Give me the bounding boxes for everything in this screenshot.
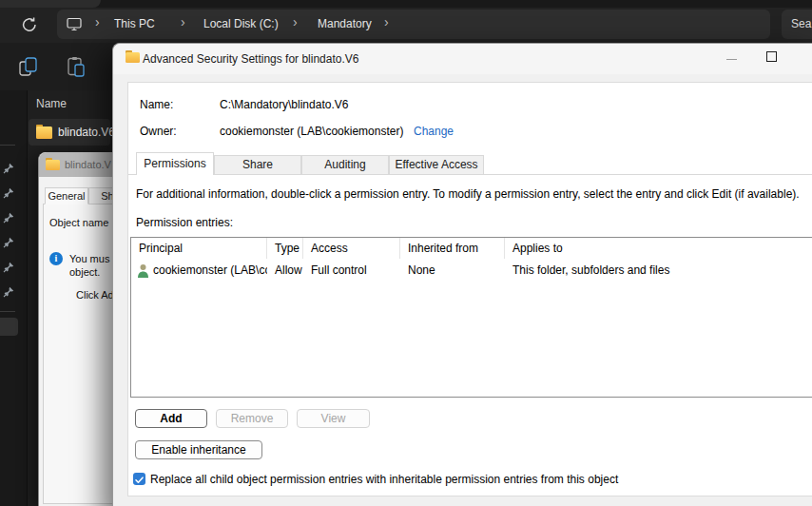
replace-permissions-checkbox[interactable] [133, 473, 145, 485]
tab-permissions[interactable]: Permissions [136, 152, 214, 175]
change-owner-link[interactable]: Change [414, 125, 454, 138]
column-header-inherited-from[interactable]: Inherited from [400, 238, 505, 259]
copy-icon [19, 57, 38, 78]
tab-auditing[interactable]: Auditing [301, 155, 389, 175]
permissions-description: For additional information, double-click… [136, 187, 800, 201]
column-header-type[interactable]: Type [267, 238, 303, 259]
this-pc-icon [67, 17, 82, 31]
pushpin-icon [3, 187, 14, 199]
cell-principal: cookiemonster (LAB\cookiemo... [131, 263, 267, 278]
remove-button[interactable]: Remove [216, 409, 288, 428]
column-header-access[interactable]: Access [303, 238, 400, 259]
navigation-pane [0, 90, 28, 506]
add-button[interactable]: Add [135, 409, 207, 428]
tab-general[interactable]: General [45, 187, 88, 204]
table-row[interactable]: cookiemonster (LAB\cookiemo... Allow Ful… [131, 261, 812, 280]
properties-dialog: blindato.V General Sha Object name i You… [38, 152, 113, 506]
breadcrumb-local-disk[interactable]: Local Disk (C:) [203, 17, 279, 30]
dialog-tab-strip: Permissions Share Auditing Effective Acc… [128, 152, 812, 175]
info-text-line1: You mus [69, 253, 109, 264]
search-placeholder: Sea [791, 17, 811, 30]
permission-entries-table: Principal Type Access Inherited from App… [130, 237, 812, 398]
chevron-right-icon [293, 14, 298, 29]
folder-icon [46, 160, 60, 170]
explorer-tab-strip [0, 0, 812, 8]
properties-title: blindato.V [65, 159, 111, 170]
tab-share[interactable]: Share [214, 155, 301, 175]
tab-effective-access[interactable]: Effective Access [389, 155, 484, 175]
address-bar[interactable]: This PC Local Disk (C:) Mandatory [57, 10, 770, 39]
column-header-name[interactable]: Name [36, 97, 67, 110]
dialog-title: Advanced Security Settings for blindato.… [143, 52, 358, 66]
pushpin-icon [3, 212, 14, 224]
dialog-content-panel: Name: C:\Mandatory\blindato.V6 Owner: co… [127, 82, 812, 496]
refresh-icon [20, 15, 39, 34]
info-icon: i [49, 252, 63, 265]
file-row-selected[interactable]: blindato.V6 [29, 119, 110, 146]
nav-divider [0, 145, 15, 146]
info-text-line3: Click Ad [76, 289, 113, 301]
properties-title-bar[interactable]: blindato.V [39, 152, 113, 177]
owner-value: cookiemonster (LAB\cookiemonster) [220, 125, 403, 138]
enable-inheritance-button[interactable]: Enable inheritance [135, 440, 262, 459]
copy-button[interactable] [19, 57, 38, 78]
breadcrumb-mandatory[interactable]: Mandatory [318, 17, 372, 30]
check-icon [133, 474, 145, 486]
breadcrumb-this-pc[interactable]: This PC [114, 17, 155, 30]
pushpin-icon [3, 262, 14, 273]
owner-label: Owner: [140, 125, 177, 138]
pushpin-icon [3, 163, 14, 174]
permission-entries-label: Permission entries: [136, 216, 233, 229]
file-name: blindato.V6 [58, 126, 115, 139]
chevron-right-icon [95, 14, 100, 29]
refresh-button[interactable] [20, 15, 39, 34]
cell-type: Allow [267, 263, 303, 277]
screen: This PC Local Disk (C:) Mandatory Sea [0, 0, 812, 506]
cell-inherited-from: None [400, 263, 505, 277]
explorer-toolbar: This PC Local Disk (C:) Mandatory Sea [0, 8, 812, 43]
cell-applies-to: This folder, subfolders and files [505, 263, 812, 277]
explorer-active-tab[interactable] [0, 0, 101, 8]
dialog-title-bar[interactable]: Advanced Security Settings for blindato.… [113, 44, 812, 74]
properties-tab-page: Object name i You mus object. Click Ad [43, 204, 113, 504]
table-header: Principal Type Access Inherited from App… [131, 238, 812, 259]
view-button[interactable]: View [297, 409, 370, 428]
paste-button[interactable] [67, 56, 86, 77]
info-text-line2: object. [69, 266, 100, 278]
chevron-right-icon [181, 14, 185, 29]
paste-icon [67, 56, 86, 78]
advanced-security-settings-dialog: Advanced Security Settings for blindato.… [112, 43, 812, 506]
folder-icon [126, 52, 140, 63]
minimize-button[interactable] [722, 55, 743, 72]
chevron-right-icon [384, 14, 389, 29]
pushpin-icon [3, 286, 14, 298]
search-box[interactable]: Sea [782, 10, 812, 39]
name-label: Name: [140, 98, 173, 111]
nav-item-highlight[interactable] [0, 318, 18, 336]
object-name-label: Object name [49, 217, 108, 228]
tab-sharing[interactable]: Sha [88, 187, 113, 204]
folder-icon [36, 126, 52, 139]
cell-access: Full control [303, 263, 400, 277]
maximize-button[interactable] [762, 50, 783, 68]
replace-permissions-label: Replace all child object permission entr… [150, 473, 618, 486]
column-header-applies-to[interactable]: Applies to [505, 238, 812, 259]
column-header-principal[interactable]: Principal [131, 238, 267, 259]
name-value: C:\Mandatory\blindato.V6 [220, 98, 348, 111]
user-icon [137, 263, 149, 278]
nav-divider [0, 311, 15, 312]
pushpin-icon [3, 237, 14, 248]
